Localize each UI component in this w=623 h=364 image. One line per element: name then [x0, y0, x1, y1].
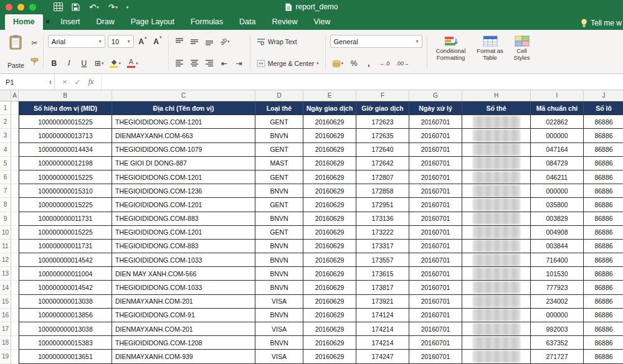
- table-header-cell[interactable]: Ngày xử lý: [409, 101, 462, 115]
- cell[interactable]: 20160701: [409, 143, 462, 157]
- cell[interactable]: [462, 143, 531, 157]
- cell[interactable]: 101530: [531, 267, 584, 281]
- cell[interactable]: 000000: [531, 309, 584, 322]
- column-header-j[interactable]: J: [584, 90, 623, 101]
- cell[interactable]: 637352: [531, 336, 584, 350]
- cell[interactable]: 86886: [584, 253, 623, 267]
- cell[interactable]: [462, 336, 531, 350]
- row-number[interactable]: 15: [0, 295, 11, 309]
- cell-styles-button[interactable]: Cell Styles: [510, 34, 534, 71]
- tab-formulas[interactable]: Formulas: [183, 14, 231, 30]
- cell[interactable]: 100000000011731: [19, 212, 112, 226]
- cell[interactable]: GENT: [255, 115, 303, 129]
- cell[interactable]: 100000000015225: [19, 198, 112, 212]
- cell[interactable]: 20160629: [303, 350, 356, 363]
- cancel-icon[interactable]: ×: [62, 77, 67, 86]
- cell[interactable]: 20160701: [409, 281, 462, 294]
- cell[interactable]: 000000: [531, 184, 584, 198]
- cell[interactable]: 20160629: [303, 281, 356, 294]
- cell[interactable]: GENT: [255, 170, 303, 184]
- decrease-font-button[interactable]: A▾: [151, 35, 164, 48]
- underline-button[interactable]: U: [78, 57, 90, 70]
- increase-font-button[interactable]: A▴: [136, 35, 149, 48]
- cell[interactable]: 173557: [356, 253, 409, 267]
- spreadsheet-grid-icon[interactable]: [54, 2, 63, 11]
- row-number[interactable]: 11: [0, 240, 11, 253]
- cell[interactable]: [462, 198, 531, 212]
- select-all-corner[interactable]: [0, 90, 11, 101]
- cell[interactable]: 86886: [584, 281, 623, 294]
- comma-style-button[interactable]: ,: [363, 57, 375, 70]
- merge-center-button[interactable]: Merge & Center ▾: [255, 57, 321, 70]
- cell[interactable]: 100000000012198: [19, 157, 112, 170]
- cell[interactable]: 20160701: [409, 322, 462, 336]
- row-number[interactable]: 18: [0, 336, 11, 350]
- cell[interactable]: BNVN: [255, 240, 303, 253]
- cell[interactable]: THEGIOIDIDONG.COM-91: [112, 309, 255, 322]
- cell[interactable]: [462, 281, 531, 294]
- decrease-indent-button[interactable]: ⇤: [218, 57, 231, 70]
- cell[interactable]: 86886: [584, 129, 623, 142]
- cell[interactable]: 035800: [531, 198, 584, 212]
- cell[interactable]: VISA: [255, 295, 303, 309]
- cell[interactable]: 234002: [531, 295, 584, 309]
- wrap-text-button[interactable]: Wrap Text: [255, 35, 299, 48]
- cell[interactable]: 20160701: [409, 115, 462, 129]
- cell[interactable]: 20160629: [303, 336, 356, 350]
- cell[interactable]: 20160701: [409, 212, 462, 226]
- cell[interactable]: 20160629: [303, 240, 356, 253]
- currency-button[interactable]: ▾: [330, 57, 346, 70]
- align-top-button[interactable]: [173, 35, 186, 48]
- cell[interactable]: 20160701: [409, 157, 462, 170]
- cell[interactable]: 100000000014542: [19, 281, 112, 294]
- cell[interactable]: 20160701: [409, 129, 462, 142]
- undo-dropdown-icon[interactable]: ▾: [97, 5, 99, 9]
- cell[interactable]: [11, 143, 19, 157]
- column-header-e[interactable]: E: [303, 90, 356, 101]
- cell[interactable]: 100000000014434: [19, 143, 112, 157]
- row-number[interactable]: 6: [0, 170, 11, 184]
- name-box[interactable]: P1 ▴▾: [0, 74, 55, 90]
- cell[interactable]: 172635: [356, 129, 409, 142]
- table-header-cell[interactable]: Ngày giao dịch: [303, 101, 356, 115]
- column-header-i[interactable]: I: [531, 90, 584, 101]
- cell[interactable]: [11, 170, 19, 184]
- cell[interactable]: DIENMAYXANH.COM-201: [112, 322, 255, 336]
- cell[interactable]: 100000000013038: [19, 295, 112, 309]
- font-color-button[interactable]: A ▾: [125, 57, 140, 70]
- format-painter-icon[interactable]: [31, 55, 39, 68]
- cell[interactable]: 20160629: [303, 143, 356, 157]
- cell[interactable]: 86886: [584, 184, 623, 198]
- cell[interactable]: [11, 295, 19, 309]
- table-header-cell[interactable]: Loại thẻ: [255, 101, 303, 115]
- table-header-cell[interactable]: Giờ giao dịch: [356, 101, 409, 115]
- tab-review[interactable]: Review: [264, 14, 305, 30]
- enter-check-icon[interactable]: ✓: [75, 78, 81, 86]
- cell[interactable]: [462, 295, 531, 309]
- cell[interactable]: 004908: [531, 226, 584, 240]
- cell[interactable]: [11, 350, 19, 363]
- cell[interactable]: 100000000014542: [19, 253, 112, 267]
- cell[interactable]: 86886: [584, 170, 623, 184]
- cell[interactable]: [11, 129, 19, 142]
- align-middle-button[interactable]: [188, 35, 201, 48]
- cell[interactable]: GENT: [255, 226, 303, 240]
- cell[interactable]: 100000000015225: [19, 115, 112, 129]
- cell[interactable]: [11, 157, 19, 170]
- column-header-f[interactable]: F: [356, 90, 409, 101]
- table-header-cell[interactable]: Mã chuẩn chi: [531, 101, 584, 115]
- table-header-cell[interactable]: Số thẻ: [462, 101, 531, 115]
- cell[interactable]: 20160701: [409, 309, 462, 322]
- cell[interactable]: 20160629: [303, 212, 356, 226]
- cell[interactable]: THEGIOIDIDONG.COM-1236: [112, 184, 255, 198]
- table-header-cell[interactable]: Số lô: [584, 101, 623, 115]
- cell[interactable]: 86886: [584, 198, 623, 212]
- cell[interactable]: 716400: [531, 253, 584, 267]
- row-number[interactable]: 2: [0, 115, 11, 129]
- cell[interactable]: 173317: [356, 240, 409, 253]
- cell[interactable]: 20160701: [409, 240, 462, 253]
- cell[interactable]: 20160629: [303, 198, 356, 212]
- cell[interactable]: [11, 212, 19, 226]
- column-header-c[interactable]: C: [112, 90, 255, 101]
- cell[interactable]: BNVN: [255, 281, 303, 294]
